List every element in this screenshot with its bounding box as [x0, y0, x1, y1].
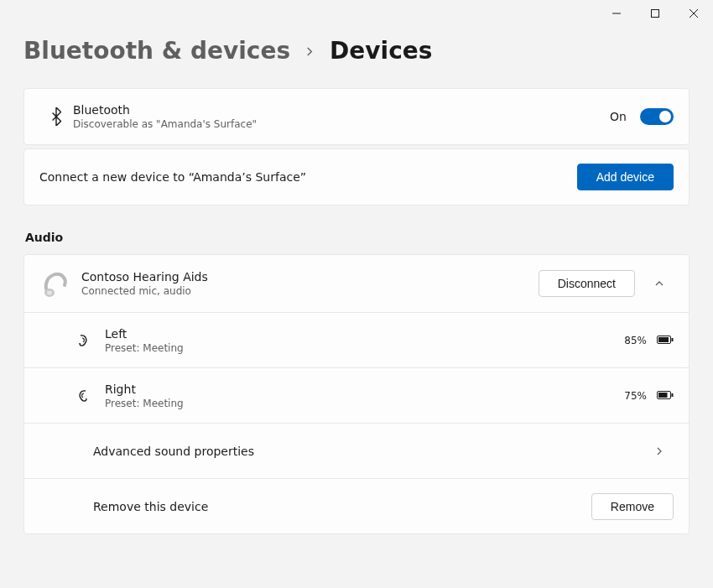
connect-device-row: Connect a new device to “Amanda’s Surfac… — [24, 149, 689, 205]
bluetooth-subtitle: Discoverable as "Amanda's Surface" — [73, 118, 610, 130]
add-device-button[interactable]: Add device — [577, 164, 674, 190]
svg-rect-10 — [672, 393, 674, 397]
bluetooth-icon — [39, 107, 73, 126]
disconnect-button[interactable]: Disconnect — [539, 270, 635, 297]
device-header-row[interactable]: Contoso Hearing Aids Connected mic, audi… — [24, 255, 689, 312]
battery-icon — [657, 389, 674, 403]
svg-point-5 — [47, 291, 52, 295]
connect-device-card: Connect a new device to “Amanda’s Surfac… — [23, 148, 690, 206]
svg-rect-7 — [672, 338, 674, 341]
right-battery-percent: 75% — [624, 390, 647, 402]
advanced-sound-label: Advanced sound properties — [93, 445, 645, 458]
window-titlebar — [0, 0, 713, 27]
left-ear-row: Left Preset: Meeting 85% — [24, 312, 689, 367]
left-ear-preset: Preset: Meeting — [105, 342, 624, 354]
maximize-button[interactable] — [636, 0, 674, 27]
advanced-sound-row[interactable]: Advanced sound properties — [24, 423, 689, 478]
minimize-icon — [612, 9, 621, 18]
hearing-aid-icon — [39, 267, 73, 300]
chevron-up-icon — [654, 278, 664, 289]
breadcrumb: Bluetooth & devices Devices — [23, 37, 690, 65]
ear-right-icon — [66, 388, 100, 403]
bluetooth-title: Bluetooth — [73, 103, 610, 117]
breadcrumb-parent[interactable]: Bluetooth & devices — [23, 37, 290, 65]
device-status: Connected mic, audio — [81, 285, 539, 297]
audio-device-group: Contoso Hearing Aids Connected mic, audi… — [23, 254, 690, 534]
svg-rect-11 — [658, 393, 668, 398]
remove-device-label: Remove this device — [93, 500, 591, 513]
svg-rect-1 — [652, 10, 659, 18]
remove-button[interactable]: Remove — [591, 493, 674, 520]
chevron-right-icon — [645, 437, 674, 466]
ear-left-icon — [66, 333, 100, 348]
svg-rect-8 — [658, 337, 669, 342]
bluetooth-row: Bluetooth Discoverable as "Amanda's Surf… — [24, 89, 689, 144]
bluetooth-card: Bluetooth Discoverable as "Amanda's Surf… — [23, 88, 690, 145]
close-icon — [690, 9, 698, 18]
left-ear-name: Left — [105, 327, 624, 341]
minimize-button[interactable] — [597, 0, 636, 27]
bluetooth-toggle[interactable] — [640, 108, 674, 125]
chevron-right-icon — [305, 42, 315, 60]
battery-icon — [657, 334, 674, 347]
bluetooth-state-label: On — [610, 110, 627, 123]
left-battery-percent: 85% — [624, 335, 647, 346]
right-ear-row: Right Preset: Meeting 75% — [24, 367, 689, 423]
breadcrumb-current: Devices — [330, 37, 432, 65]
device-name: Contoso Hearing Aids — [81, 270, 539, 284]
connect-device-text: Connect a new device to “Amanda’s Surfac… — [39, 170, 577, 184]
maximize-icon — [651, 9, 659, 18]
expand-toggle[interactable] — [645, 269, 674, 298]
remove-device-row: Remove this device Remove — [24, 478, 689, 533]
audio-section-header: Audio — [25, 231, 690, 244]
right-ear-name: Right — [105, 382, 624, 396]
right-ear-preset: Preset: Meeting — [105, 398, 624, 409]
close-button[interactable] — [674, 0, 713, 27]
